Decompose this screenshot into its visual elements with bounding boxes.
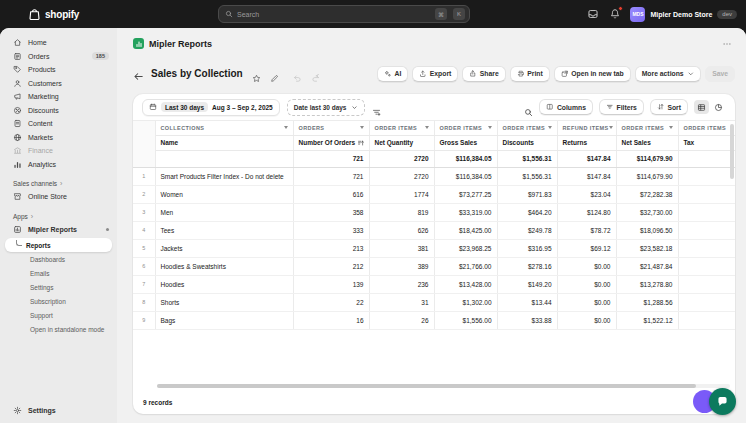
search-input[interactable] — [237, 11, 429, 18]
horizontal-scrollbar-thumb[interactable] — [157, 384, 696, 388]
table-row[interactable]: 9Bags1626$1,556.00$33.88$0.00$1,522.12 — [133, 311, 735, 329]
sidebar-item-discounts[interactable]: Discounts — [0, 104, 117, 118]
row-number: 3 — [133, 203, 155, 221]
table-row[interactable]: 6Hoodies & Sweatshirts212389$21,766.00$2… — [133, 257, 735, 275]
chat-widget-button[interactable] — [709, 388, 736, 415]
horizontal-scrollbar[interactable] — [133, 382, 735, 390]
sidebar-item-analytics[interactable]: Analytics — [0, 158, 117, 172]
cell-value: $149.20 — [497, 275, 557, 293]
column-group-header[interactable]: REFUND ITEMS — [557, 121, 616, 135]
global-search[interactable]: ⌘ K — [218, 5, 470, 23]
chevron-down-icon — [669, 126, 673, 129]
column-group-header[interactable]: ORDERS — [293, 121, 369, 135]
table-row[interactable]: 3Men358819$33,319.00$464.20$124.80$32,73… — [133, 203, 735, 221]
app-subnav: ReportsDashboardsEmailsSettingsSubscript… — [0, 238, 117, 336]
column-group-header[interactable]: ORDER ITEMS — [497, 121, 557, 135]
totals-cell: $116,384.05 — [434, 150, 497, 167]
app-subitem-reports[interactable]: Reports — [5, 238, 112, 252]
sidebar-item-home[interactable]: Home — [0, 36, 117, 50]
column-header-label: Net Quantity — [375, 139, 414, 146]
table-row[interactable]: 4Tees333626$18,425.00$249.78$78.72$18,09… — [133, 221, 735, 239]
totals-cell: 2720 — [369, 150, 434, 167]
column-header-number-of-orders[interactable]: Number Of Orders — [293, 135, 369, 150]
sidebar-item-markets[interactable]: Markets — [0, 131, 117, 145]
cell-value — [678, 311, 735, 329]
undo-icon — [293, 74, 302, 83]
store-menu[interactable]: MDS Mipler Demo Store dev — [630, 7, 737, 22]
home-icon — [13, 38, 22, 47]
app-subitem-label: Subscription — [30, 298, 66, 305]
date-range-picker[interactable]: Last 30 days Aug 3 – Sep 2, 2025 — [142, 99, 280, 116]
add-filter-button[interactable] — [372, 103, 381, 112]
chart-view-button[interactable] — [711, 100, 726, 114]
table-row[interactable]: 1Smart Products Filter Index - Do not de… — [133, 167, 735, 185]
date-filter-dropdown[interactable]: Date last 30 days — [287, 99, 365, 116]
cell-value: 1774 — [369, 185, 434, 203]
filters-button[interactable]: Filters — [599, 99, 644, 115]
columns-button[interactable]: Columns — [539, 99, 593, 115]
save-button[interactable]: Save — [705, 66, 735, 82]
sidebar-item-products[interactable]: Products — [0, 63, 117, 77]
column-header-net-quantity[interactable]: Net Quantity — [369, 135, 434, 150]
table-view-icon — [697, 103, 706, 112]
column-header-net-sales[interactable]: Net Sales — [616, 135, 678, 150]
app-subitem-dashboards[interactable]: Dashboards — [0, 252, 117, 266]
sort-button[interactable]: Sort — [650, 99, 688, 115]
sales-channels-header[interactable]: Sales channels› — [13, 180, 109, 187]
column-header-label: Gross Sales — [440, 139, 478, 146]
row-number: 4 — [133, 221, 155, 239]
customers-icon — [13, 79, 22, 88]
redo-button[interactable] — [311, 69, 320, 78]
more-actions-button[interactable]: More actions — [635, 66, 701, 82]
sidebar-item-content[interactable]: Content — [0, 117, 117, 131]
column-header-name[interactable]: Name — [155, 135, 293, 150]
shopify-logo[interactable]: shopify — [28, 8, 79, 21]
cell-name: Hoodies & Sweatshirts — [155, 257, 293, 275]
app-subitem-subscription[interactable]: Subscription — [0, 294, 117, 308]
app-subitem-label: Emails — [30, 270, 50, 277]
column-header-tax[interactable]: Tax — [678, 135, 735, 150]
app-more-button[interactable] — [720, 39, 734, 49]
inbox-button[interactable] — [586, 8, 599, 21]
column-group-header[interactable]: ORDER ITEMS — [369, 121, 434, 135]
table-search-button[interactable] — [524, 103, 533, 112]
column-group-header[interactable]: ORDER ITEMS — [678, 121, 735, 135]
table-row[interactable]: 5Jackets213381$23,968.25$316.95$69.12$23… — [133, 239, 735, 257]
sidebar-item-online-store[interactable]: Online Store — [0, 190, 117, 204]
notifications-button[interactable] — [608, 8, 621, 21]
column-group-header[interactable]: ORDER ITEMS — [616, 121, 678, 135]
ai-button[interactable]: AI — [377, 66, 408, 82]
table-row[interactable]: 2Women6161774$73,277.25$971.83$23.04$72,… — [133, 185, 735, 203]
table-view-button[interactable] — [694, 100, 709, 114]
app-subitem-support[interactable]: Support — [0, 308, 117, 322]
print-button[interactable]: Print — [510, 66, 550, 82]
app-subitem-open-in-standalone-mode[interactable]: Open in standalone mode — [0, 322, 117, 336]
column-header-discounts[interactable]: Discounts — [497, 135, 557, 150]
report-table: COLLECTIONSORDERSORDER ITEMSORDER ITEMSO… — [133, 121, 735, 330]
column-header-returns[interactable]: Returns — [557, 135, 616, 150]
sidebar-item-mipler-reports[interactable]: Mipler Reports — [0, 223, 117, 237]
chevron-down-icon — [284, 126, 288, 129]
back-button[interactable] — [133, 68, 144, 79]
sidebar-item-marketing[interactable]: Marketing — [0, 90, 117, 104]
undo-button[interactable] — [293, 69, 302, 78]
vertical-scrollbar[interactable] — [730, 124, 734, 179]
app-subitem-settings[interactable]: Settings — [0, 280, 117, 294]
sidebar-item-settings[interactable]: Settings — [0, 404, 117, 418]
share-button[interactable]: Share — [462, 66, 505, 82]
favorite-button[interactable] — [252, 69, 261, 78]
totals-cell: 721 — [293, 150, 369, 167]
sidebar-item-orders[interactable]: Orders185 — [0, 50, 117, 64]
column-group-header[interactable]: ORDER ITEMS — [434, 121, 497, 135]
export-button[interactable]: Export — [412, 66, 458, 82]
app-subitem-emails[interactable]: Emails — [0, 266, 117, 280]
column-header-gross-sales[interactable]: Gross Sales — [434, 135, 497, 150]
table-row[interactable]: 8Shorts2231$1,302.00$13.44$0.00$1,288.56 — [133, 293, 735, 311]
apps-header[interactable]: Apps› — [13, 213, 109, 220]
sidebar-item-customers[interactable]: Customers — [0, 77, 117, 91]
rename-button[interactable] — [270, 69, 279, 78]
open-in-new-tab-button[interactable]: Open in new tab — [554, 66, 631, 82]
sidebar-item-finance[interactable]: Finance — [0, 144, 117, 158]
column-group-header[interactable]: COLLECTIONS — [155, 121, 293, 135]
table-row[interactable]: 7Hoodies139236$13,428.00$149.20$0.00$13,… — [133, 275, 735, 293]
